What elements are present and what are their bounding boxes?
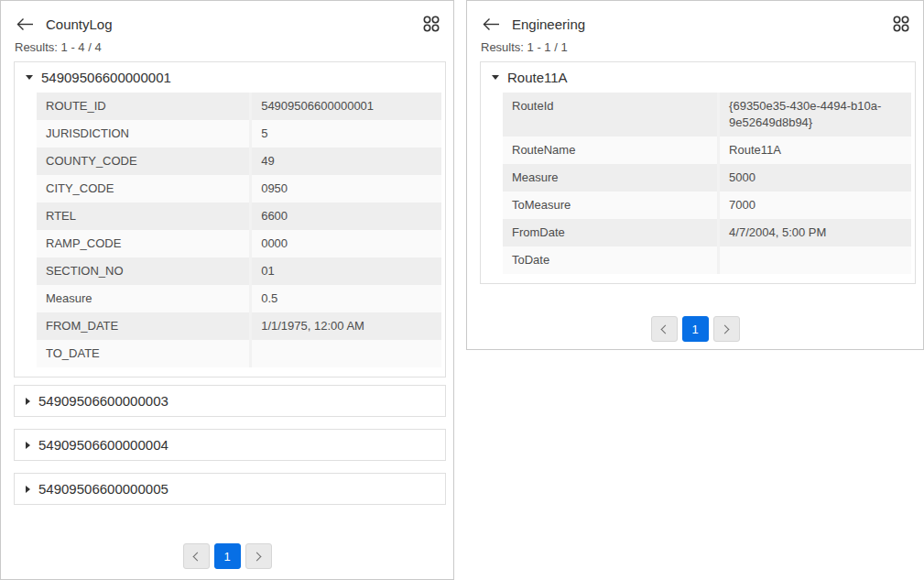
feature-info-panel-countylog: CountyLog Results: 1 - 4 / 4 54909506600… xyxy=(0,0,454,580)
field-label: COUNTY_CODE xyxy=(37,148,251,175)
field-value xyxy=(719,246,911,274)
table-row: RouteId {69350e35-430e-4494-b10a-9e52649… xyxy=(503,93,911,137)
field-value: 7000 xyxy=(719,192,911,219)
table-row: ToDate xyxy=(503,246,911,274)
results-count: Results: 1 - 4 / 4 xyxy=(15,40,439,54)
field-label: Measure xyxy=(37,285,251,312)
table-row: FromDate 4/7/2004, 5:00 PM xyxy=(503,219,911,246)
arrow-left-icon xyxy=(16,17,34,31)
table-row: FROM_DATE 1/1/1975, 12:00 AM xyxy=(37,312,441,340)
table-row: Measure 0.5 xyxy=(37,285,441,312)
field-value: 01 xyxy=(251,257,441,285)
feature-accordion-collapsed[interactable]: 54909506600000003 xyxy=(14,385,446,417)
feature-accordion-collapsed[interactable]: 54909506600000004 xyxy=(14,429,446,461)
table-row: CITY_CODE 0950 xyxy=(37,175,441,202)
field-label: CITY_CODE xyxy=(37,175,251,202)
page-number-button[interactable]: 1 xyxy=(682,316,709,342)
back-button[interactable] xyxy=(483,17,500,31)
table-row: JURISDICTION 5 xyxy=(37,120,441,148)
table-row: COUNTY_CODE 49 xyxy=(37,148,441,175)
feature-title: 54909506600000003 xyxy=(38,393,168,409)
previous-page-button[interactable] xyxy=(183,543,210,569)
field-label: RouteName xyxy=(503,137,719,164)
table-row: SECTION_NO 01 xyxy=(37,257,441,285)
field-label: RouteId xyxy=(503,93,719,137)
apps-grid-button[interactable] xyxy=(422,15,440,33)
feature-accordion-header[interactable]: 54909506600000001 xyxy=(15,62,445,93)
feature-info-panel-engineering: Engineering Results: 1 - 1 / 1 Route11A xyxy=(466,0,924,350)
attribute-table: ROUTE_ID 54909506600000001 JURISDICTION … xyxy=(37,93,441,367)
table-row: RouteName Route11A xyxy=(503,137,911,164)
caret-right-icon xyxy=(26,398,30,405)
page-title: Engineering xyxy=(512,16,585,32)
field-label: Measure xyxy=(503,164,719,192)
caret-right-icon xyxy=(26,442,30,449)
feature-title: 54909506600000004 xyxy=(38,437,168,453)
apps-grid-button[interactable] xyxy=(892,15,910,33)
feature-title: Route11A xyxy=(507,70,568,85)
feature-title: 54909506600000001 xyxy=(41,70,171,85)
field-label: ToMeasure xyxy=(503,192,719,219)
field-value: 6600 xyxy=(251,202,441,230)
chevron-right-icon xyxy=(721,324,730,334)
table-row: RAMP_CODE 0000 xyxy=(37,230,441,257)
pagination: 1 xyxy=(467,316,923,342)
field-label: ToDate xyxy=(503,246,719,274)
panel-header: Engineering xyxy=(467,1,923,33)
panel-header: CountyLog xyxy=(1,1,453,33)
back-button[interactable] xyxy=(16,17,34,31)
chevron-left-icon xyxy=(661,324,670,334)
previous-page-button[interactable] xyxy=(651,316,678,342)
field-label: ROUTE_ID xyxy=(37,93,251,120)
field-value: 49 xyxy=(251,148,441,175)
page-title: CountyLog xyxy=(46,16,113,32)
field-value: 0.5 xyxy=(251,285,441,312)
feature-accordion-header[interactable]: Route11A xyxy=(481,62,915,93)
table-row: Measure 5000 xyxy=(503,164,911,192)
field-label: FromDate xyxy=(503,219,719,246)
attribute-table: RouteId {69350e35-430e-4494-b10a-9e52649… xyxy=(503,93,911,274)
feature-card-expanded: 54909506600000001 ROUTE_ID 5490950660000… xyxy=(14,61,446,378)
caret-down-icon xyxy=(26,75,33,80)
field-value: Route11A xyxy=(719,137,911,164)
field-value: 0000 xyxy=(251,230,441,257)
arrow-left-icon xyxy=(483,17,500,31)
feature-accordion-collapsed[interactable]: 54909506600000005 xyxy=(14,473,446,505)
field-label: SECTION_NO xyxy=(37,257,251,285)
feature-card-expanded: Route11A RouteId {69350e35-430e-4494-b10… xyxy=(480,61,916,284)
table-row: TO_DATE xyxy=(37,340,441,367)
next-page-button[interactable] xyxy=(713,316,740,342)
table-row: ROUTE_ID 54909506600000001 xyxy=(37,93,441,120)
field-value: 54909506600000001 xyxy=(251,93,441,120)
table-row: ToMeasure 7000 xyxy=(503,192,911,219)
page-number-button[interactable]: 1 xyxy=(214,543,241,569)
field-value: 0950 xyxy=(251,175,441,202)
field-label: RTEL xyxy=(37,202,251,230)
field-value: {69350e35-430e-4494-b10a-9e52649d8b94} xyxy=(719,93,911,137)
chevron-left-icon xyxy=(193,552,202,561)
field-value xyxy=(251,340,441,367)
chevron-right-icon xyxy=(253,552,262,561)
pagination: 1 xyxy=(1,543,453,569)
caret-right-icon xyxy=(26,486,30,493)
grid-of-circles-icon xyxy=(422,15,440,33)
field-value: 1/1/1975, 12:00 AM xyxy=(251,312,441,340)
next-page-button[interactable] xyxy=(245,543,272,569)
grid-of-circles-icon xyxy=(892,15,910,33)
caret-down-icon xyxy=(492,75,499,80)
table-row: RTEL 6600 xyxy=(37,202,441,230)
feature-title: 54909506600000005 xyxy=(38,481,168,497)
field-label: TO_DATE xyxy=(37,340,251,367)
field-value: 4/7/2004, 5:00 PM xyxy=(719,219,911,246)
field-value: 5 xyxy=(251,120,441,148)
field-label: FROM_DATE xyxy=(37,312,251,340)
field-label: JURISDICTION xyxy=(37,120,251,148)
field-value: 5000 xyxy=(719,164,911,192)
feature-info-page: CountyLog Results: 1 - 4 / 4 54909506600… xyxy=(0,0,924,580)
results-count: Results: 1 - 1 / 1 xyxy=(481,40,908,54)
field-label: RAMP_CODE xyxy=(37,230,251,257)
